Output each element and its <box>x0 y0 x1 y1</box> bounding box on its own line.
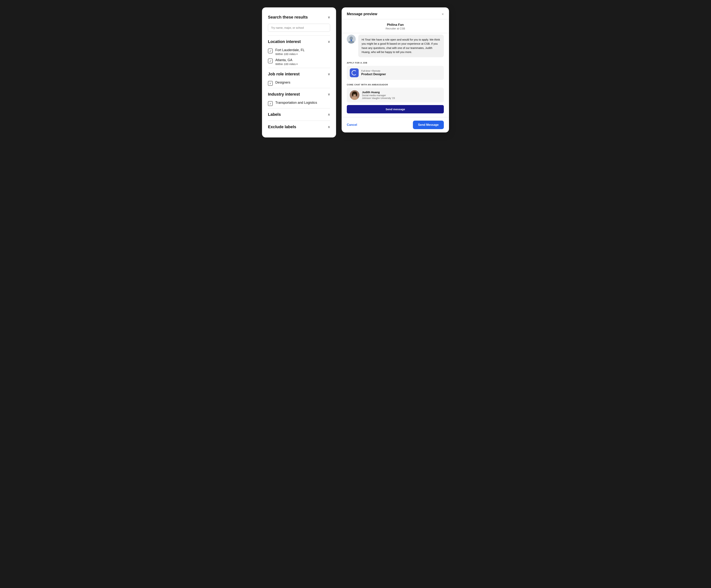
labels-title: Labels <box>268 112 281 117</box>
recruiter-avatar <box>347 35 356 44</box>
job-meta: Full-time • Remote Product Designer <box>361 70 386 76</box>
ambassador-label: COME CHAT WITH AN AMBASSADOR <box>347 84 444 86</box>
job-name: Product Designer <box>361 72 386 76</box>
recruiter-name: Philina Fan <box>347 23 444 27</box>
divider-2 <box>268 68 330 68</box>
modal-title: Message preview <box>347 12 378 16</box>
search-section-header[interactable]: Search these results ∨ <box>268 13 330 22</box>
exclude-labels-title: Exclude labels <box>268 125 296 129</box>
location-sublabel-0[interactable]: Within 100 miles ▾ <box>275 52 305 56</box>
apply-job-section: APPLY FOR A JOB Full-time • Remote Produ… <box>342 61 449 83</box>
recruiter-section: Philina Fan Recruiter at CSB <box>342 19 449 33</box>
checkmark-icon-3: ✓ <box>269 102 272 105</box>
exclude-labels-chevron-icon: ∧ <box>328 125 330 129</box>
sublabel-arrow-icon-0: ▾ <box>297 53 298 56</box>
message-text: Hi Tina! We have a role open and would f… <box>362 38 440 54</box>
location-chevron-icon: ∨ <box>328 40 330 44</box>
ambassador-role: Social media manager <box>362 94 395 97</box>
industry-section-header[interactable]: Industry interest ∨ <box>268 90 330 99</box>
send-message-final-button[interactable]: Send Message <box>413 121 444 129</box>
location-checkbox-0[interactable]: ✓ <box>268 48 273 54</box>
job-role-checkbox-0[interactable]: ✓ <box>268 81 273 86</box>
checkmark-icon: ✓ <box>269 49 272 53</box>
close-button[interactable]: × <box>441 12 444 16</box>
exclude-labels-section-header[interactable]: Exclude labels ∧ <box>268 122 330 131</box>
recruiter-role: Recruiter at CSB <box>347 27 444 30</box>
divider-1 <box>268 35 330 36</box>
ambassador-card: Judith Huang Social media manager Johnso… <box>347 88 444 102</box>
job-role-title: Job role interest <box>268 72 300 77</box>
industry-section: Industry interest ∨ ✓ Transportation and… <box>268 89 330 107</box>
industry-title: Industry interest <box>268 92 300 97</box>
svg-point-12 <box>352 92 353 96</box>
labels-section-header[interactable]: Labels ∧ <box>268 110 330 119</box>
ambassador-school: Johnson Vaughn University '23 <box>362 97 395 100</box>
divider-5 <box>268 121 330 121</box>
checkmark-icon-2: ✓ <box>269 82 272 85</box>
divider-4 <box>268 108 330 108</box>
search-title: Search these results <box>268 15 308 20</box>
svg-point-13 <box>356 92 357 96</box>
modal-header: Message preview × <box>342 7 449 19</box>
modal-footer: Cancel Send Message <box>342 117 449 132</box>
labels-section: Labels ∧ <box>268 109 330 120</box>
location-interest-section: Location interest ∨ ✓ Fort Lauderdale, F… <box>268 36 330 67</box>
job-role-section: Job role interest ∨ ✓ Designers <box>268 69 330 87</box>
location-item-1: ✓ Atlanta, GA Within 100 miles ▾ <box>268 56 330 66</box>
exclude-labels-section: Exclude labels ∧ <box>268 122 330 132</box>
location-sublabel-1[interactable]: Within 100 miles ▾ <box>275 62 298 66</box>
search-input[interactable] <box>268 24 330 32</box>
ambassador-section: COME CHAT WITH AN AMBASSADOR <box>342 83 449 117</box>
checkmark-icon-1: ✓ <box>269 59 272 63</box>
location-item-0: ✓ Fort Lauderdale, FL Within 100 miles ▾ <box>268 46 330 56</box>
location-section-header[interactable]: Location interest ∨ <box>268 37 330 46</box>
job-logo-icon <box>352 70 357 76</box>
cancel-button[interactable]: Cancel <box>347 123 357 127</box>
ambassador-avatar-icon <box>350 90 359 100</box>
industry-chevron-icon: ∨ <box>328 92 330 96</box>
job-role-item-0: ✓ Designers <box>268 79 330 86</box>
location-label-1: Atlanta, GA <box>275 58 298 62</box>
ambassador-info: Judith Huang Social media manager Johnso… <box>362 90 395 100</box>
location-checkbox-1[interactable]: ✓ <box>268 59 273 63</box>
industry-item-0: ✓ Transportation and Logistics <box>268 99 330 107</box>
job-role-section-header[interactable]: Job role interest ∨ <box>268 69 330 79</box>
industry-label-0: Transportation and Logistics <box>275 101 317 105</box>
search-chevron-icon: ∨ <box>328 15 330 19</box>
ambassador-name: Judith Huang <box>362 90 395 94</box>
location-title: Location interest <box>268 39 301 44</box>
left-filter-panel: Search these results ∨ Location interest… <box>262 7 336 138</box>
labels-chevron-icon: ∧ <box>328 112 330 117</box>
message-body: Hi Tina! We have a role open and would f… <box>342 33 449 61</box>
industry-checkbox-0[interactable]: ✓ <box>268 101 273 106</box>
send-message-button[interactable]: Send message <box>347 105 444 113</box>
ambassador-avatar <box>350 90 359 100</box>
job-card[interactable]: Full-time • Remote Product Designer <box>347 66 444 80</box>
location-label-0: Fort Lauderdale, FL <box>275 48 305 52</box>
job-role-label-0: Designers <box>275 81 290 84</box>
job-logo <box>350 68 359 77</box>
job-role-chevron-icon: ∨ <box>328 72 330 76</box>
avatar-icon <box>347 35 356 44</box>
sublabel-arrow-icon-1: ▾ <box>297 63 298 65</box>
message-bubble: Hi Tina! We have a role open and would f… <box>358 35 444 57</box>
apply-job-label: APPLY FOR A JOB <box>347 62 444 64</box>
job-type: Full-time • Remote <box>361 70 386 72</box>
message-preview-modal: Message preview × Philina Fan Recruiter … <box>342 7 449 132</box>
